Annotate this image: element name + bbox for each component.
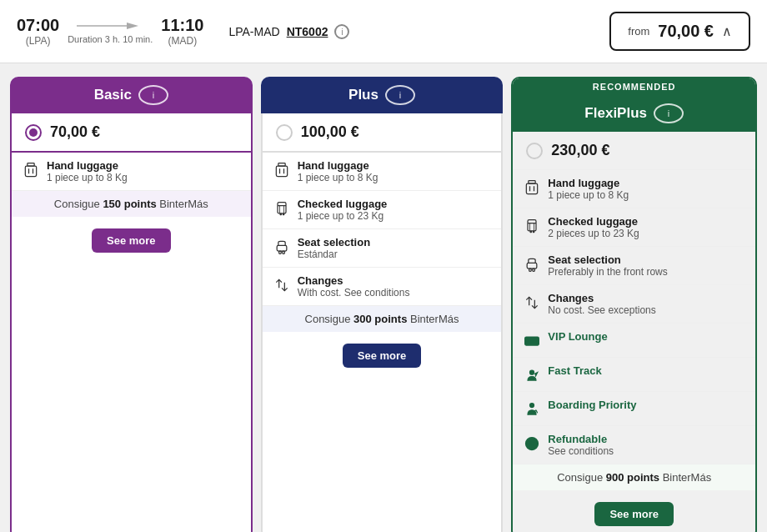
flexiplus-vip-icon: VIP	[523, 332, 541, 350]
flexiplus-hand-luggage-title: Hand luggage	[548, 177, 629, 189]
plus-points-text: Consigue	[305, 313, 354, 325]
plus-features: Hand luggage 1 piece up to 8 Kg	[261, 153, 504, 532]
main-content: Basic i 70,00 € Hand luggage 1 pi	[0, 63, 767, 532]
svg-rect-27	[530, 231, 533, 233]
svg-rect-10	[278, 203, 286, 213]
luggage-icon	[22, 161, 40, 179]
basic-points-suffix: BinterMás	[157, 198, 208, 210]
svg-rect-23	[528, 220, 536, 231]
svg-rect-15	[283, 213, 285, 216]
plus-luggage-icon	[273, 161, 291, 179]
svg-rect-7	[276, 166, 287, 177]
svg-rect-29	[528, 263, 538, 269]
flexiplus-changes-icon	[523, 294, 541, 312]
flexiplus-plan-header: FlexiPlus i	[513, 95, 755, 132]
price-box[interactable]: from 70,00 € ∧	[609, 12, 750, 51]
svg-point-34	[530, 370, 534, 374]
flexiplus-checked-luggage: Checked luggage 2 pieces up to 23 Kg	[513, 208, 755, 247]
flexiplus-points-suffix: BinterMás	[659, 471, 711, 484]
flexiplus-boarding-icon	[523, 400, 541, 419]
basic-points: Consigue 150 points BinterMás	[12, 191, 251, 217]
plus-plan-header: Plus i	[261, 77, 504, 113]
svg-rect-28	[533, 231, 535, 233]
flexiplus-fasttrack-title: Fast Track	[548, 364, 601, 377]
plus-seat-text: Seat selection Estándar	[298, 236, 370, 260]
flexiplus-fasttrack-icon	[523, 366, 541, 384]
route-info: LPA-MAD NT6002 i	[228, 24, 349, 39]
plus-checked-luggage-icon	[273, 199, 291, 218]
flight-times: 07:00 (LPA) Duration 3 h. 10 min. 11:10 …	[17, 16, 203, 47]
flexiplus-points-text: Consigue	[557, 471, 606, 484]
flight-line: Duration 3 h. 10 min.	[68, 19, 153, 44]
plus-hand-luggage-title: Hand luggage	[298, 159, 378, 172]
flexiplus-checked-subtitle: 2 pieces up to 23 Kg	[548, 228, 639, 239]
flexiplus-info-icon[interactable]: i	[654, 103, 684, 123]
departure-block: 07:00 (LPA)	[17, 16, 59, 47]
header: 07:00 (LPA) Duration 3 h. 10 min. 11:10 …	[0, 0, 767, 63]
plus-seat-icon	[273, 238, 291, 256]
flexiplus-points: Consigue 900 points BinterMás	[513, 464, 755, 490]
flexiplus-seat-text: Seat selection Preferably in the front r…	[548, 253, 667, 278]
flight-number[interactable]: NT6002	[287, 25, 328, 38]
flexiplus-vip: VIP VIP Lounge	[513, 324, 755, 358]
price-from-label: from	[628, 25, 649, 38]
plus-see-more-button[interactable]: See more	[343, 344, 422, 368]
plus-checked-luggage-title: Checked luggage	[298, 198, 388, 210]
svg-rect-18	[283, 251, 285, 253]
flexiplus-seat-icon	[523, 255, 541, 274]
flexiplus-vip-title: VIP Lounge	[548, 330, 607, 343]
plus-checked-luggage-text: Checked luggage 1 piece up to 23 Kg	[298, 198, 388, 222]
plus-hand-luggage-subtitle: 1 piece up to 8 Kg	[298, 172, 378, 183]
plus-radio[interactable]	[276, 124, 293, 141]
basic-plan-header: Basic i	[10, 77, 253, 113]
svg-rect-14	[279, 213, 282, 216]
plus-info-icon[interactable]: i	[385, 85, 415, 105]
flexiplus-fasttrack-text: Fast Track	[548, 364, 601, 377]
flexiplus-plan-name: FlexiPlus	[584, 105, 647, 122]
basic-hand-luggage-subtitle: 1 piece up to 8 Kg	[47, 172, 128, 183]
svg-rect-31	[533, 269, 535, 271]
flexiplus-boarding: Boarding Priority	[513, 392, 755, 426]
flight-arrow	[77, 19, 143, 33]
plus-price-row[interactable]: 100,00 €	[261, 113, 504, 153]
basic-hand-luggage-title: Hand luggage	[47, 159, 128, 172]
flexiplus-checked-icon	[523, 217, 541, 235]
flight-duration: Duration 3 h. 10 min.	[68, 34, 153, 44]
flexiplus-seat: Seat selection Preferably in the front r…	[513, 247, 755, 285]
basic-radio[interactable]	[25, 124, 42, 141]
plus-hand-luggage: Hand luggage 1 piece up to 8 Kg	[263, 153, 502, 191]
svg-marker-1	[127, 23, 138, 29]
flexiplus-price-row[interactable]: 230,00 €	[513, 132, 755, 170]
flexiplus-changes: Changes No cost. See exceptions	[513, 285, 755, 324]
flight-info-icon[interactable]: i	[334, 24, 349, 39]
flexiplus-hand-luggage: Hand luggage 1 piece up to 8 Kg	[513, 170, 755, 208]
svg-rect-30	[529, 269, 532, 271]
flexiplus-boarding-title: Boarding Priority	[548, 399, 636, 411]
flexiplus-features-container: Hand luggage 1 piece up to 8 Kg	[513, 170, 755, 532]
plus-plan-card: Plus i 100,00 € Hand luggage 1 pi	[261, 77, 504, 532]
flexiplus-hand-luggage-subtitle: 1 piece up to 8 Kg	[548, 189, 629, 201]
flexiplus-refundable: € Refundable See conditions	[513, 426, 755, 464]
svg-text:VIP: VIP	[526, 339, 534, 344]
route-label: LPA-MAD	[228, 25, 279, 38]
arrival-block: 11:10 (MAD)	[161, 16, 203, 47]
flexiplus-fasttrack: Fast Track	[513, 358, 755, 392]
plus-seat-subtitle: Estándar	[298, 248, 370, 260]
basic-see-more-button[interactable]: See more	[92, 228, 171, 253]
flexiplus-luggage-icon	[523, 178, 541, 197]
svg-point-35	[530, 404, 534, 408]
flexiplus-points-bold: 900 points	[606, 471, 659, 484]
basic-info-icon[interactable]: i	[138, 85, 168, 105]
flexiplus-see-more-button[interactable]: See more	[594, 502, 674, 526]
svg-rect-16	[277, 245, 287, 251]
flexiplus-refundable-icon: €	[523, 434, 541, 453]
flexiplus-radio[interactable]	[526, 143, 543, 159]
basic-price-row[interactable]: 70,00 €	[10, 113, 253, 153]
recommended-badge: RECOMMENDED	[513, 78, 755, 95]
flexiplus-changes-subtitle: No cost. See exceptions	[548, 304, 655, 316]
arrival-airport: (MAD)	[161, 35, 203, 47]
plus-seat-selection: Seat selection Estándar	[263, 229, 502, 268]
plus-points: Consigue 300 points BinterMás	[263, 306, 502, 332]
flexiplus-changes-text: Changes No cost. See exceptions	[548, 292, 655, 316]
plus-price: 100,00 €	[301, 123, 359, 141]
